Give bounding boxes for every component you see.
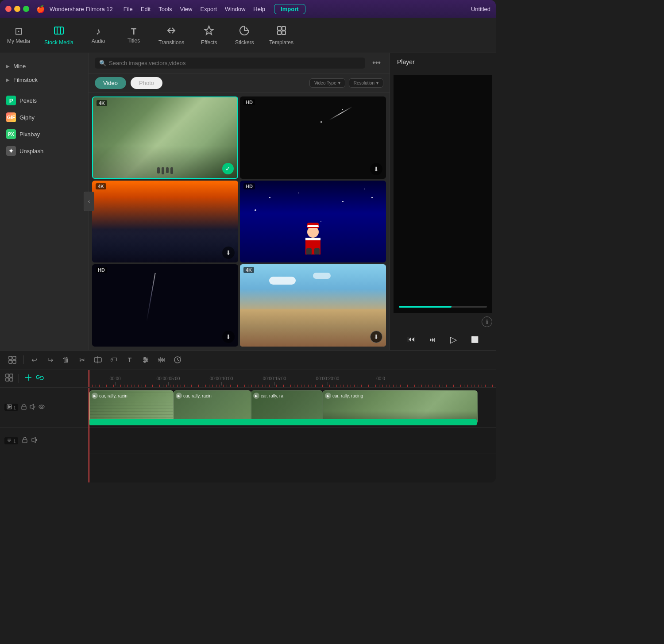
audio-waveform-button[interactable] — [154, 353, 169, 367]
play-button[interactable]: ▷ — [447, 332, 461, 347]
timeline-tracks-body: ▶ car, rally, racin ▶ car, rally, racin — [89, 388, 496, 482]
lock-button[interactable] — [21, 404, 27, 411]
sidebar-item-filmstock[interactable]: ▶ Filmstock — [0, 73, 88, 87]
filter-tab-photo[interactable]: Photo — [131, 77, 162, 89]
cut-button[interactable]: ✂ — [75, 353, 89, 367]
audio-mute-button[interactable] — [31, 437, 38, 444]
tab-templates[interactable]: Templates — [262, 18, 301, 53]
eye-button[interactable] — [39, 404, 45, 411]
text-button[interactable]: T — [123, 353, 137, 367]
svg-rect-5 — [282, 31, 286, 35]
video-track-label: 1 — [0, 388, 88, 428]
giphy-icon: GIF — [6, 112, 16, 122]
svg-rect-7 — [13, 356, 16, 359]
tab-transitions[interactable]: Transitions — [151, 18, 191, 53]
menu-export[interactable]: Export — [201, 6, 217, 12]
tab-stock-media[interactable]: Stock Media — [37, 18, 81, 53]
search-input[interactable] — [109, 60, 361, 66]
menu-help[interactable]: Help — [253, 6, 265, 12]
audio-lock-button[interactable] — [22, 437, 28, 444]
sidebar-unsplash-label: Unsplash — [19, 148, 43, 154]
svg-rect-40 — [23, 440, 27, 443]
speed-button[interactable] — [170, 353, 185, 367]
tag-button[interactable]: 🏷 — [107, 353, 121, 367]
video-type-label: Video Type — [314, 81, 336, 85]
sidebar-pixabay-label: Pixabay — [19, 131, 40, 138]
import-button[interactable]: Import — [274, 4, 305, 14]
audio-track-label: 1 — [0, 428, 88, 454]
tab-my-media[interactable]: ⊡ My Media — [0, 18, 37, 53]
clip-play-icon: ▶ — [325, 393, 331, 399]
video-type-dropdown[interactable]: Video Type ▾ — [309, 78, 345, 88]
playhead[interactable] — [89, 370, 89, 387]
menu-window[interactable]: Window — [225, 6, 245, 12]
video-thumb-6[interactable]: 4K ⬇ — [240, 264, 386, 347]
tab-transitions-label: Transitions — [158, 39, 184, 46]
chevron-right-icon: ▶ — [6, 77, 10, 82]
svg-marker-1 — [205, 26, 213, 35]
selected-check-icon: ✓ — [222, 163, 234, 174]
sidebar-mine-label: Mine — [13, 63, 26, 69]
video-thumb-2[interactable]: HD ⬇ — [240, 96, 386, 179]
player-progress-bar — [399, 306, 487, 308]
download-button-2[interactable]: ⬇ — [370, 163, 382, 175]
filter-tab-video[interactable]: Video — [95, 77, 126, 89]
menu-tools[interactable]: Tools — [158, 6, 172, 12]
video-badge-hd: HD — [243, 99, 255, 105]
info-button[interactable]: ℹ — [482, 316, 492, 327]
menu-view[interactable]: View — [180, 6, 193, 12]
delete-button[interactable]: 🗑 — [59, 353, 73, 367]
rewind-button[interactable]: ⏮ — [404, 332, 418, 347]
timeline-toolbar: ↩ ↪ 🗑 ✂ 🏷 T — [0, 351, 496, 370]
green-audio-bar — [89, 419, 477, 425]
close-button[interactable] — [5, 6, 12, 12]
resolution-dropdown[interactable]: Resolution ▾ — [349, 78, 383, 88]
download-button-6[interactable]: ⬇ — [370, 331, 382, 343]
tab-stickers[interactable]: Stickers — [227, 18, 262, 53]
ruler-mark-2: 00:00:10:00 — [195, 376, 248, 386]
maximize-button[interactable] — [23, 6, 29, 12]
link-button[interactable] — [36, 374, 44, 384]
mute-button[interactable] — [30, 404, 36, 411]
ruler-time-3: 00:00:15:00 — [263, 376, 286, 381]
sidebar-item-pixabay[interactable]: PX Pixabay — [0, 126, 88, 143]
ruler-mark-0: 00:00 — [89, 376, 142, 386]
minimize-button[interactable] — [14, 6, 20, 12]
video-thumb-4[interactable]: HD — [240, 181, 386, 263]
stickers-icon — [239, 25, 250, 38]
titlebar: 🍎 Wondershare Filmora 12 File Edit Tools… — [0, 0, 496, 18]
sidebar-collapse-button[interactable]: ‹ — [84, 192, 94, 211]
video-thumb-5[interactable]: HD ⬇ — [92, 264, 238, 347]
sidebar-section-mine: ▶ Mine ▶ Filmstock — [0, 57, 88, 89]
tab-effects[interactable]: Effects — [191, 18, 227, 53]
download-button-5[interactable]: ⬇ — [222, 331, 235, 343]
add-track-button[interactable] — [5, 374, 13, 384]
sidebar-item-pexels[interactable]: P Pexels — [0, 92, 88, 109]
adjust-button[interactable] — [139, 353, 153, 367]
sidebar-item-unsplash[interactable]: ✦ Unsplash — [0, 143, 88, 159]
more-options-button[interactable]: ••• — [370, 58, 383, 69]
traffic-lights — [5, 6, 29, 12]
split-audio-button[interactable] — [91, 353, 105, 367]
timeline-layout-button[interactable] — [5, 353, 19, 367]
menu-edit[interactable]: Edit — [141, 6, 151, 12]
svg-rect-29 — [6, 374, 9, 377]
svg-rect-6 — [9, 356, 12, 359]
tab-titles[interactable]: T Titles — [116, 18, 151, 53]
step-back-button[interactable]: ⏭ — [425, 332, 440, 347]
undo-button[interactable]: ↩ — [27, 353, 41, 367]
tab-audio[interactable]: ♪ Audio — [81, 18, 116, 53]
sidebar-item-giphy[interactable]: GIF Giphy — [0, 109, 88, 126]
svg-line-28 — [180, 357, 181, 358]
add-clip-button[interactable] — [24, 374, 32, 384]
video-grid: 4K ✓ HD ⬇ — [89, 93, 390, 350]
video-thumb-1[interactable]: 4K ✓ — [92, 96, 238, 179]
menu-file[interactable]: File — [124, 6, 133, 12]
sidebar-giphy-label: Giphy — [19, 114, 35, 121]
redo-button[interactable]: ↪ — [43, 353, 57, 367]
sidebar-item-mine[interactable]: ▶ Mine — [0, 59, 88, 73]
video-thumb-3[interactable]: 4K ⬇ — [92, 181, 238, 263]
templates-icon — [276, 25, 287, 38]
ruler-time-0: 00:00 — [109, 376, 120, 381]
stop-button[interactable]: ⬜ — [468, 332, 482, 347]
